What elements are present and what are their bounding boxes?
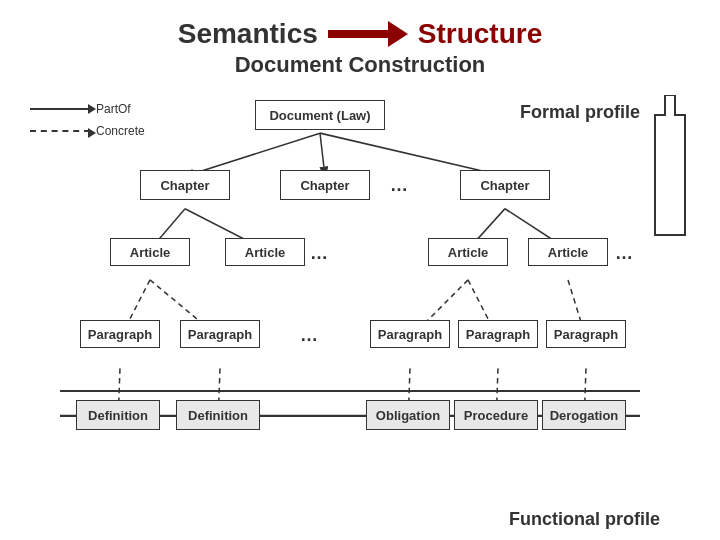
paragraph4-node: Paragraph [458,320,538,348]
paragraph2-node: Paragraph [180,320,260,348]
chapter1-node: Chapter [140,170,230,200]
paragraph3-node: Paragraph [370,320,450,348]
diagram-svg [60,90,640,500]
paragraph1-node: Paragraph [80,320,160,348]
document-node: Document (Law) [255,100,385,130]
chapter2-node: Chapter [280,170,370,200]
separator-line [60,390,640,392]
article4-node: Article [528,238,608,266]
formal-profile-arrow [650,95,690,235]
structure-title: Structure [418,18,542,50]
article-dots-v2: … [615,243,633,264]
subtitle: Document Construction [0,52,720,78]
para-dots: … [300,325,318,346]
title-line1: Semantics Structure [0,18,720,50]
diagram-area: Document (Law) Chapter Chapter … Chapter… [60,90,640,500]
title-arrow-icon [328,19,408,49]
article3-node: Article [428,238,508,266]
main-container: Semantics Structure Document Constructio… [0,0,720,540]
semantics-title: Semantics [178,18,318,50]
paragraph5-node: Paragraph [546,320,626,348]
obligation-node: Obligation [366,400,450,430]
procedure-node: Procedure [454,400,538,430]
chapter-dots: … [390,175,408,196]
definition2-node: Definition [176,400,260,430]
article1-node: Article [110,238,190,266]
article-dots-v: … [310,243,328,264]
chapter3-node: Chapter [460,170,550,200]
definition1-node: Definition [76,400,160,430]
svg-rect-0 [328,30,388,38]
functional-profile-label: Functional profile [509,509,660,530]
svg-marker-1 [388,21,408,47]
svg-marker-2 [655,95,685,235]
article2-node: Article [225,238,305,266]
title-area: Semantics Structure Document Constructio… [0,0,720,78]
derogation-node: Derogation [542,400,626,430]
